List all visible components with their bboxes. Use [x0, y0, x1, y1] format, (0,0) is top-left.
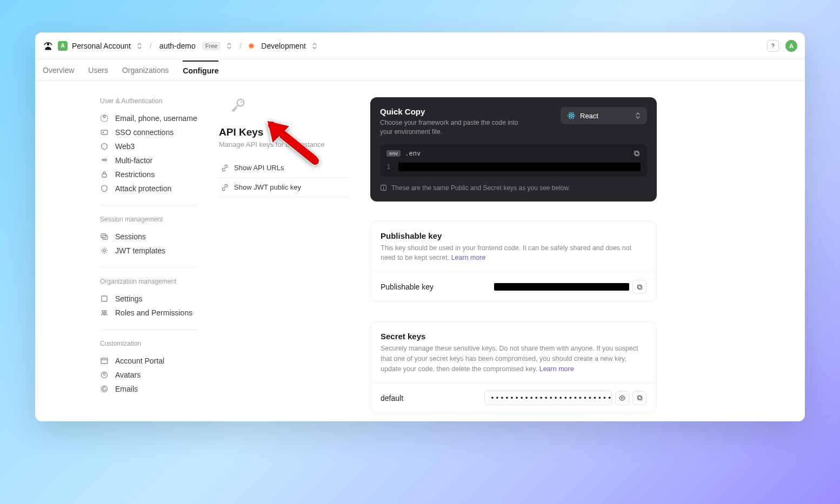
sidebar-item-sso[interactable]: SSO connections: [100, 125, 197, 139]
tab-overview[interactable]: Overview: [43, 59, 74, 80]
app-window: A Personal Account / auth-demo Free / De…: [35, 32, 805, 421]
sidebar-item-settings[interactable]: Settings: [100, 292, 197, 306]
card-description: Securely manage these sensitive keys. Do…: [381, 344, 646, 374]
sidebar-item-jwt-templates[interactable]: JWT templates: [100, 244, 197, 258]
show-jwt-public-key-link[interactable]: Show JWT public key: [219, 178, 349, 197]
redacted-key-value: [494, 283, 629, 291]
learn-more-link[interactable]: Learn more: [451, 254, 486, 261]
chevron-updown-icon[interactable]: [137, 42, 142, 50]
sessions-icon: [100, 232, 109, 241]
svg-rect-3: [101, 130, 108, 135]
emails-icon: [100, 385, 109, 393]
info-icon: [380, 184, 387, 191]
secret-keys-card: Secret keys Securely manage these sensit…: [370, 321, 657, 413]
sidebar-item-account-portal[interactable]: Account Portal: [100, 354, 197, 368]
svg-rect-29: [637, 396, 641, 400]
breadcrumb-project[interactable]: auth-demo: [159, 42, 196, 50]
sidebar-item-label: Account Portal: [115, 357, 164, 365]
sidebar-item-label: Emails: [115, 385, 138, 393]
tab-users[interactable]: Users: [88, 59, 108, 80]
topbar: A Personal Account / auth-demo Free / De…: [35, 32, 805, 59]
help-button[interactable]: [767, 40, 779, 52]
svg-point-11: [104, 311, 106, 313]
svg-point-8: [103, 250, 105, 252]
quick-copy-title: Quick Copy: [380, 107, 521, 116]
action-label: Show JWT public key: [234, 183, 301, 191]
account-badge-icon: A: [58, 41, 68, 51]
svg-point-4: [103, 132, 104, 133]
sidebar-item-label: Attack protection: [115, 184, 171, 193]
page-header: API Keys Manage API keys for this instan…: [219, 97, 349, 421]
link-icon: [221, 184, 229, 191]
sidebar-item-label: Web3: [115, 142, 135, 151]
divider: [100, 330, 197, 330]
copy-button[interactable]: [632, 391, 646, 405]
sidebar-item-email-phone-username[interactable]: Email, phone, username: [100, 111, 197, 125]
sidebar-item-label: Roles and Permissions: [115, 308, 192, 317]
framework-select[interactable]: React: [561, 107, 647, 124]
content-column: Quick Copy Choose your framework and pas…: [370, 97, 657, 421]
link-icon: [221, 164, 229, 172]
sidebar-item-label: Avatars: [115, 371, 141, 379]
svg-rect-26: [637, 285, 641, 288]
card-title: Publishable key: [381, 231, 646, 240]
learn-more-link[interactable]: Learn more: [539, 365, 574, 373]
card-description: This key should be used in your frontend…: [381, 243, 646, 264]
breadcrumb-account[interactable]: Personal Account: [72, 42, 131, 50]
main-content: API Keys Manage API keys for this instan…: [197, 81, 805, 421]
copy-icon[interactable]: [633, 150, 641, 157]
sidebar-item-label: Email, phone, username: [115, 114, 197, 123]
svg-rect-12: [101, 358, 108, 364]
mfa-icon: [100, 156, 109, 165]
secret-key-row: default ••••••••••••••••••••••••••••••••…: [371, 382, 656, 413]
tab-configure[interactable]: Configure: [183, 59, 218, 80]
breadcrumb-sep: /: [236, 42, 245, 50]
sidebar-item-label: Sessions: [115, 232, 146, 241]
quick-copy-panel: Quick Copy Choose your framework and pas…: [370, 97, 657, 201]
app-logo-icon: [43, 41, 54, 51]
reveal-button[interactable]: [615, 391, 629, 405]
code-filename: env .env: [386, 150, 421, 157]
svg-rect-9: [102, 296, 107, 301]
avatars-icon: [100, 371, 109, 379]
svg-rect-25: [638, 286, 642, 290]
svg-point-27: [621, 397, 623, 399]
breadcrumb-sep: /: [146, 42, 155, 50]
sidebar-item-label: Multi-factor: [115, 156, 152, 165]
chevron-updown-icon[interactable]: [312, 42, 317, 50]
framework-label: React: [580, 112, 598, 120]
settings-icon: [100, 294, 109, 303]
identity-icon: [100, 114, 109, 123]
breadcrumb: A Personal Account / auth-demo Free / De…: [43, 41, 317, 51]
sidebar-item-restrictions[interactable]: Restrictions: [100, 167, 197, 182]
chevron-updown-icon[interactable]: [226, 42, 232, 50]
copy-button[interactable]: [632, 280, 646, 294]
sidebar-heading: Customization: [100, 340, 197, 347]
sidebar-item-avatars[interactable]: Avatars: [100, 368, 197, 382]
divider: [100, 205, 197, 206]
avatar[interactable]: A: [785, 40, 797, 52]
annotation-arrow-icon: [265, 119, 325, 178]
svg-point-15: [102, 386, 108, 392]
breadcrumb-environment[interactable]: Development: [261, 42, 306, 50]
card-title: Secret keys: [381, 332, 646, 341]
line-number: 1: [386, 163, 392, 171]
plan-badge: Free: [202, 42, 221, 50]
sidebar-item-sessions[interactable]: Sessions: [100, 230, 197, 244]
svg-point-14: [103, 373, 105, 375]
tab-organizations[interactable]: Organizations: [122, 59, 169, 80]
sidebar-item-web3[interactable]: Web3: [100, 139, 197, 153]
sidebar-item-attack-protection[interactable]: Attack protection: [100, 182, 197, 196]
publishable-key-row: Publishable key: [371, 272, 656, 301]
svg-rect-5: [102, 174, 106, 177]
svg-point-1: [103, 116, 105, 118]
sidebar-item-roles[interactable]: Roles and Permissions: [100, 306, 197, 320]
redacted-code: [398, 163, 641, 171]
sidebar-heading: User & Authentication: [100, 97, 197, 105]
tabbar: Overview Users Organizations Configure: [35, 59, 805, 81]
quick-copy-footer: These are the same Public and Secret key…: [380, 184, 647, 192]
sidebar-item-multi-factor[interactable]: Multi-factor: [100, 153, 197, 167]
key-label: default: [381, 394, 403, 402]
sidebar-item-emails[interactable]: Emails: [100, 382, 197, 396]
shield-icon: [100, 184, 109, 193]
